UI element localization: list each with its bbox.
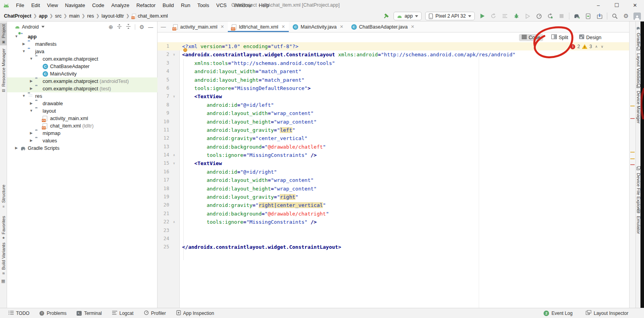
code-line[interactable]: 17 android:layout_width="wrap_content" xyxy=(157,176,629,184)
tree-row[interactable]: ▼com.example.chatproject xyxy=(7,55,157,63)
editor-tab[interactable]: ldltr\chat_item.xml✕ xyxy=(228,22,289,32)
breadcrumb-item[interactable]: layout-ldltr xyxy=(102,13,124,19)
bottom-tool-problems[interactable]: !Problems xyxy=(39,311,66,316)
mode-button-split[interactable]: Split xyxy=(549,34,571,41)
code-line[interactable]: 16 android:id="@+id/right" xyxy=(157,168,629,176)
breadcrumb-item[interactable]: main xyxy=(69,13,80,19)
panel-settings-gear-icon[interactable]: ⚙ xyxy=(139,24,144,30)
maximize-icon[interactable]: ☐ xyxy=(613,2,620,8)
hide-panel-icon[interactable]: — xyxy=(148,24,153,30)
tree-row[interactable]: ▶values xyxy=(7,137,157,144)
error-stripe-scrollbar[interactable] xyxy=(629,22,635,308)
code-line[interactable]: 19 android:layout_gravity="right" xyxy=(157,193,629,201)
code-line[interactable]: 4 android:layout_width="match_parent" xyxy=(157,67,629,75)
menu-refactor[interactable]: Refactor xyxy=(133,2,159,8)
code-line[interactable]: 2∨<androidx.constraintlayout.widget.Cons… xyxy=(157,50,629,59)
chevron-right-icon[interactable]: ▶ xyxy=(29,77,34,85)
chevron-down-icon[interactable]: ▼ xyxy=(29,55,34,63)
device-select[interactable]: Pixel 2 API 32 xyxy=(425,12,475,20)
run-configuration-select[interactable]: app xyxy=(394,12,422,20)
locate-file-icon[interactable]: ⊕ xyxy=(109,24,113,30)
apply-code-changes-icon[interactable] xyxy=(501,12,509,20)
tool-window-switcher-icon[interactable]: ▦ xyxy=(1,278,5,284)
menu-view[interactable]: View xyxy=(43,2,61,8)
code-line[interactable]: 15∨ <TextView xyxy=(157,159,629,167)
chevron-right-icon[interactable]: ▶ xyxy=(21,40,26,48)
hide-tabs-icon[interactable]: — xyxy=(157,22,169,32)
menu-tools[interactable]: Tools xyxy=(194,2,213,8)
chevron-right-icon[interactable]: ▶ xyxy=(29,100,34,107)
mode-button-design[interactable]: Design xyxy=(576,34,604,41)
breadcrumb-item[interactable]: app xyxy=(39,13,47,19)
editor-tab[interactable]: CMainActivity.java✕ xyxy=(289,22,347,32)
menu-vcs[interactable]: VCS xyxy=(213,2,230,8)
sdk-manager-icon[interactable] xyxy=(596,12,603,20)
apply-changes-restart-icon[interactable] xyxy=(546,12,554,20)
code-line[interactable]: 5 android:layout_height="match_parent" xyxy=(157,76,629,84)
stop-button[interactable] xyxy=(558,12,565,20)
collapse-all-icon[interactable] xyxy=(126,24,131,30)
bottom-tool-logcat[interactable]: Logcat xyxy=(112,311,134,316)
debug-button[interactable] xyxy=(512,12,520,20)
code-line[interactable]: 3 xmlns:tools="http://schemas.android.co… xyxy=(157,59,629,67)
chevron-right-icon[interactable]: ▶ xyxy=(29,129,34,137)
close-tab-icon[interactable]: ✕ xyxy=(281,24,285,29)
tree-row[interactable]: chat_item.xml (ldltr) xyxy=(7,122,157,129)
menu-file[interactable]: File xyxy=(13,2,28,8)
close-tab-icon[interactable]: ✕ xyxy=(340,24,343,29)
code-line[interactable]: 25</androidx.constraintlayout.widget.Con… xyxy=(157,243,629,251)
fold-open-icon[interactable]: ∨ xyxy=(173,50,175,59)
bottom-tool-layout-inspector[interactable]: Layout Inspector xyxy=(586,310,628,316)
code-line[interactable]: 21 android:background="@drawable/chatrig… xyxy=(157,210,629,218)
stripe-button-build-variants[interactable]: Build Variants≋ xyxy=(0,241,7,280)
sync-gradle-icon[interactable] xyxy=(573,12,581,20)
next-issue-icon[interactable]: ∨ xyxy=(601,45,603,49)
code-line[interactable]: 18 android:layout_height="wrap_content" xyxy=(157,185,629,193)
bottom-tool-todo[interactable]: TODO xyxy=(9,311,29,316)
chevron-right-icon[interactable]: ▶ xyxy=(29,137,34,144)
menu-navigate[interactable]: Navigate xyxy=(61,2,88,8)
code-line[interactable]: 22∧ tools:ignore="MissingConstraints" /> xyxy=(157,218,629,226)
code-line[interactable]: 9 android:layout_width="wrap_content" xyxy=(157,109,629,117)
profile-app-icon[interactable] xyxy=(535,12,543,20)
editor-tab[interactable]: activity_main.xml✕ xyxy=(169,22,228,32)
settings-gear-icon[interactable]: ⚙ xyxy=(622,12,630,20)
attach-debugger-icon[interactable] xyxy=(524,12,531,20)
tree-row[interactable]: ▶Gradle Scripts xyxy=(7,144,157,152)
code-line[interactable]: 11 android:layout_gravity="left" xyxy=(157,126,629,134)
fold-close-icon[interactable]: ∧ xyxy=(173,151,175,159)
tree-row[interactable]: ▶drawable xyxy=(7,100,157,107)
tree-row[interactable]: ▼res xyxy=(7,92,157,100)
close-tab-icon[interactable]: ✕ xyxy=(411,24,414,29)
code-editor[interactable]: 1<?xml version="1.0" encoding="utf-8"?>2… xyxy=(157,42,629,308)
bottom-tool-event-log[interactable]: 2Event Log xyxy=(544,311,572,316)
chevron-right-icon[interactable]: ▶ xyxy=(14,144,19,152)
tree-row[interactable]: ▶com.example.chatproject (androidTest) xyxy=(7,77,157,85)
fold-open-icon[interactable]: ∨ xyxy=(173,159,175,167)
code-line[interactable]: 24 xyxy=(157,235,629,243)
code-line[interactable]: 20 android:gravity="right|center_vertica… xyxy=(157,201,629,209)
avatar[interactable] xyxy=(633,13,641,20)
tree-row[interactable]: activity_main.xml xyxy=(7,115,157,122)
tree-row[interactable]: ▶com.example.chatproject (test) xyxy=(7,85,157,92)
code-line[interactable]: 8 android:id="@+id/left" xyxy=(157,101,629,109)
fold-open-icon[interactable]: ∨ xyxy=(173,92,175,101)
chevron-down-icon[interactable]: ▼ xyxy=(21,48,26,55)
menu-analyze[interactable]: Analyze xyxy=(108,2,133,8)
run-button[interactable] xyxy=(478,12,486,20)
breadcrumb-item[interactable]: res xyxy=(87,13,94,19)
tree-row[interactable]: ▶mipmap xyxy=(7,129,157,137)
error-stripe-mark[interactable] xyxy=(630,118,635,119)
code-line[interactable]: 7∨ <TextView xyxy=(157,92,629,101)
tree-row[interactable]: ▼layout xyxy=(7,107,157,115)
fold-close-icon[interactable]: ∧ xyxy=(173,218,175,226)
mode-button-code[interactable]: Code xyxy=(519,34,543,41)
error-stripe-mark[interactable] xyxy=(630,152,635,153)
code-line[interactable]: 1<?xml version="1.0" encoding="utf-8"?> xyxy=(157,42,629,50)
editor-tab[interactable]: CChatBaseAdapter.java✕ xyxy=(347,22,419,32)
chevron-down-icon[interactable]: ▼ xyxy=(21,92,26,100)
code-line[interactable]: 12 android:gravity="center_vertical" xyxy=(157,134,629,142)
stripe-button-structure[interactable]: Structure≡ xyxy=(0,183,7,213)
breadcrumb-item[interactable]: src xyxy=(55,13,62,19)
menu-build[interactable]: Build xyxy=(159,2,177,8)
